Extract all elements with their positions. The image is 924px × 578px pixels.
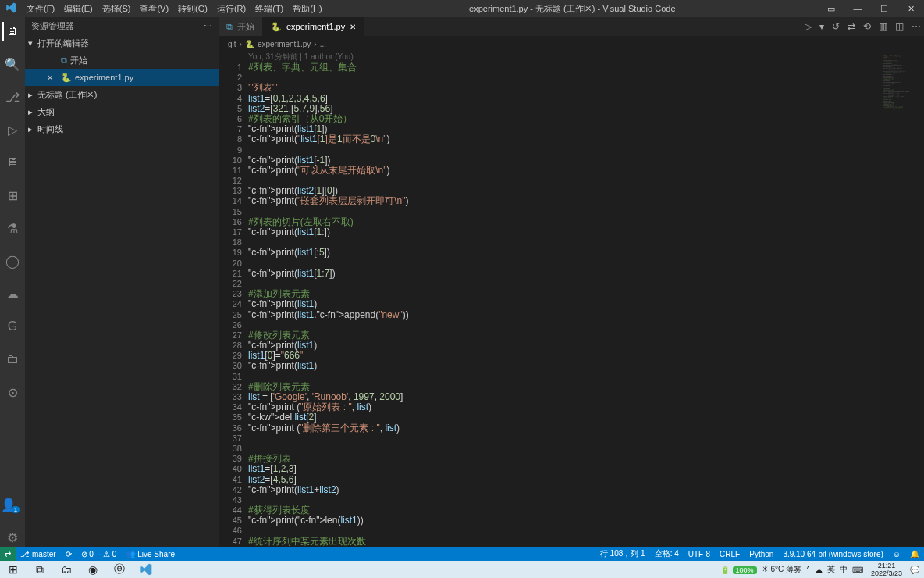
minimap[interactable]: #列表、字典、元组、集合'''列表'''list1=[0,1,2,3,4,5,6… bbox=[880, 52, 924, 547]
indent-status[interactable]: 空格: 4 bbox=[650, 547, 684, 561]
vscode-icon: ⧉ bbox=[61, 55, 67, 66]
breadcrumb[interactable]: git › 🐍 experiment1.py › ... bbox=[219, 36, 924, 52]
chevron-right-icon: › bbox=[240, 40, 242, 48]
menu-file[interactable]: 文件(F) bbox=[22, 3, 59, 15]
run-debug-icon[interactable]: ▷ bbox=[3, 120, 22, 139]
workspace-label: 无标题 (工作区) bbox=[37, 89, 97, 101]
chevron-right-icon: ▸ bbox=[28, 124, 37, 134]
close-icon[interactable]: ✕ bbox=[897, 4, 924, 14]
project-icon[interactable]: 🗀 bbox=[3, 350, 22, 369]
run-dropdown-icon[interactable]: ▾ bbox=[819, 21, 824, 32]
tab-experiment[interactable]: 🐍 experiment1.py ✕ bbox=[263, 17, 364, 36]
extensions-icon[interactable]: ⊞ bbox=[3, 186, 22, 205]
close-icon[interactable]: ✕ bbox=[47, 73, 58, 82]
notification-center-icon[interactable]: 💬 bbox=[910, 566, 919, 574]
history-icon[interactable]: ↺ bbox=[832, 21, 840, 32]
menu-run[interactable]: 运行(R) bbox=[212, 3, 251, 15]
compare-icon[interactable]: ⟲ bbox=[863, 21, 871, 32]
chevron-right-icon: ▸ bbox=[28, 107, 37, 117]
open-editor-welcome[interactable]: ⧉ 开始 bbox=[25, 52, 219, 69]
sync-icon[interactable]: ⟳ bbox=[61, 547, 76, 561]
settings-icon[interactable]: ⚙ bbox=[3, 528, 22, 547]
ime-indicator[interactable]: 英 bbox=[827, 564, 835, 575]
file-explorer-icon[interactable]: 🗂 bbox=[53, 561, 80, 578]
run-icon[interactable]: ▷ bbox=[805, 21, 812, 32]
ime-indicator-2[interactable]: 中 bbox=[840, 564, 848, 575]
live-share[interactable]: 👥 Live Share bbox=[121, 547, 179, 561]
menu-edit[interactable]: 编辑(E) bbox=[59, 3, 98, 15]
feedback-icon[interactable]: ☺ bbox=[888, 547, 905, 561]
menu-goto[interactable]: 转到(G) bbox=[173, 3, 212, 15]
diff-icon[interactable]: ⇄ bbox=[848, 21, 855, 32]
python-interpreter[interactable]: 3.9.10 64-bit (windows store) bbox=[778, 547, 887, 561]
editor-actions: ▷ ▾ ↺ ⇄ ⟲ ▥ ◫ ⋯ bbox=[805, 17, 921, 36]
timeline-section[interactable]: ▸ 时间线 bbox=[25, 120, 219, 137]
tab-label: experiment1.py bbox=[286, 22, 345, 31]
remote-icon[interactable]: 🖥 bbox=[3, 153, 22, 172]
menu-terminal[interactable]: 终端(T) bbox=[251, 3, 288, 15]
start-button[interactable]: ⊞ bbox=[0, 561, 27, 578]
workspace-section[interactable]: ▸ 无标题 (工作区) bbox=[25, 86, 219, 103]
tray-chevron-icon[interactable]: ˄ bbox=[806, 566, 810, 574]
breadcrumb-folder[interactable]: git bbox=[228, 40, 236, 48]
chevron-right-icon: › bbox=[314, 40, 316, 48]
problems-errors[interactable]: ⊘ 0 bbox=[76, 547, 98, 561]
open-editor-experiment[interactable]: ✕ 🐍 experiment1.py bbox=[25, 69, 219, 86]
problems-warnings[interactable]: ⚠ 0 bbox=[98, 547, 121, 561]
menu-select[interactable]: 选择(S) bbox=[98, 3, 136, 15]
chrome-icon[interactable]: ◉ bbox=[80, 561, 106, 578]
task-view-icon[interactable]: ⧉ bbox=[27, 561, 53, 578]
eol-status[interactable]: CRLF bbox=[715, 547, 745, 561]
maximize-icon[interactable]: ☐ bbox=[871, 4, 897, 14]
search-icon[interactable]: 🔍 bbox=[3, 55, 22, 73]
menu-view[interactable]: 查看(V) bbox=[135, 3, 173, 15]
split-down-icon[interactable]: ▥ bbox=[879, 21, 887, 32]
taskbar-clock[interactable]: 21:21 2022/3/23 bbox=[868, 562, 905, 577]
open-editors-section[interactable]: ▾ 打开的编辑器 bbox=[25, 34, 219, 52]
explorer-icon[interactable]: 🗎 bbox=[2, 22, 21, 41]
more-icon[interactable]: ⋯ bbox=[204, 21, 212, 31]
github-icon[interactable]: ◯ bbox=[3, 252, 22, 270]
python-file-icon: 🐍 bbox=[61, 73, 72, 83]
editor-area: ⧉ 开始 🐍 experiment1.py ✕ ▷ ▾ ↺ ⇄ ⟲ ▥ ◫ ⋯ … bbox=[219, 17, 924, 547]
open-editor-label: experiment1.py bbox=[75, 73, 133, 82]
keyboard-icon[interactable]: ⌨ bbox=[852, 566, 863, 574]
tab-welcome[interactable]: ⧉ 开始 bbox=[219, 17, 263, 36]
cursor-position[interactable]: 行 108，列 1 bbox=[595, 547, 650, 561]
more-icon[interactable]: ⋯ bbox=[912, 21, 921, 32]
vscode-taskbar-icon[interactable] bbox=[133, 561, 159, 578]
outline-section[interactable]: ▸ 大纲 bbox=[25, 103, 219, 120]
testing-icon[interactable]: ⚗ bbox=[3, 219, 22, 237]
breadcrumb-more[interactable]: ... bbox=[320, 40, 326, 48]
menu-help[interactable]: 帮助(H) bbox=[288, 3, 326, 15]
player-icon[interactable]: ⊙ bbox=[3, 383, 22, 401]
breadcrumb-file[interactable]: experiment1.py bbox=[258, 40, 311, 48]
source-control-icon[interactable]: ⎇ bbox=[3, 87, 22, 106]
encoding-status[interactable]: UTF-8 bbox=[684, 547, 715, 561]
close-icon[interactable]: ✕ bbox=[350, 23, 356, 31]
weather-widget[interactable]: ☀ 6°C 薄雾 bbox=[762, 564, 801, 575]
edge-icon[interactable]: ⓔ bbox=[106, 561, 133, 578]
tab-bar: ⧉ 开始 🐍 experiment1.py ✕ ▷ ▾ ↺ ⇄ ⟲ ▥ ◫ ⋯ bbox=[219, 17, 924, 36]
code-content[interactable]: You, 31分钟前 | 1 author (You)#列表、字典、元组、集合'… bbox=[248, 52, 880, 547]
language-mode[interactable]: Python bbox=[745, 547, 778, 561]
vscode-icon: ⧉ bbox=[226, 22, 233, 32]
notifications-icon[interactable]: 🔔 bbox=[905, 547, 924, 561]
code-editor[interactable]: 1234567891011121314151617181920212223242… bbox=[219, 52, 924, 547]
chevron-down-icon: ▾ bbox=[28, 38, 37, 48]
battery-indicator[interactable]: 🔋100% bbox=[720, 566, 757, 574]
cloud-icon[interactable]: ☁ bbox=[3, 284, 22, 303]
title-bar: 文件(F) 编辑(E) 选择(S) 查看(V) 转到(G) 运行(R) 终端(T… bbox=[0, 0, 924, 17]
account-icon[interactable]: 👤1 bbox=[3, 495, 22, 514]
minimize-icon[interactable]: — bbox=[844, 4, 871, 14]
gitee-icon[interactable]: G bbox=[3, 317, 22, 336]
windows-taskbar: ⊞ ⧉ 🗂 ◉ ⓔ 🔋100% ☀ 6°C 薄雾 ˄ ☁ 英 中 ⌨ 21:21… bbox=[0, 561, 924, 578]
open-editors-label: 打开的编辑器 bbox=[37, 37, 89, 49]
remote-indicator[interactable]: ⇄ bbox=[0, 547, 16, 561]
layout-toggle-icon[interactable]: ▭ bbox=[818, 4, 844, 14]
onedrive-icon[interactable]: ☁ bbox=[815, 566, 823, 574]
outline-label: 大纲 bbox=[37, 106, 55, 118]
git-branch[interactable]: ⎇ master bbox=[16, 547, 61, 561]
split-right-icon[interactable]: ◫ bbox=[895, 21, 904, 32]
clock-time: 21:21 bbox=[871, 562, 902, 569]
